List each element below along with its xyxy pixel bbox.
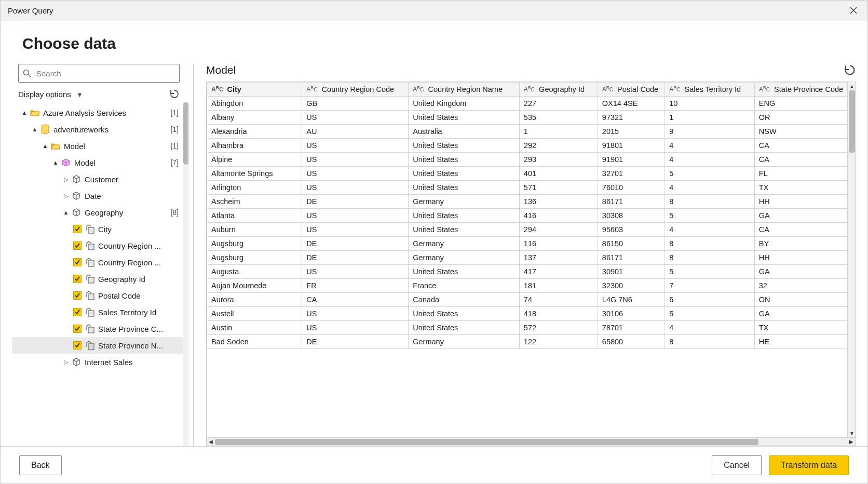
tree-leaf[interactable]: Country Region ... [12, 237, 189, 254]
table-cell: United States [409, 321, 520, 335]
checkbox-icon[interactable] [73, 275, 82, 283]
tree-node-azure-analysis-services[interactable]: ▲ Azure Analysis Services [1] [12, 104, 189, 121]
cancel-button[interactable]: Cancel [712, 455, 762, 475]
table-row[interactable]: AlexandriaAUAustralia120159NSW [207, 125, 856, 139]
table-cell: Altamonte Springs [207, 167, 302, 181]
checkbox-icon[interactable] [73, 225, 82, 233]
tree-node-adventureworks[interactable]: ▲ adventureworks [1] [12, 121, 189, 138]
table-cell: 416 [519, 209, 598, 223]
table-row[interactable]: AscheimDEGermany136861718HH [207, 195, 856, 209]
table-row[interactable]: AugsburgDEGermany116861508BY [207, 237, 856, 251]
table-row[interactable]: AlpineUSUnited States293919014CA [207, 153, 856, 167]
tree-leaf[interactable]: Postal Code [12, 287, 189, 304]
table-row[interactable]: AlhambraUSUnited States292918014CA [207, 139, 856, 153]
search-input-wrap[interactable] [18, 64, 180, 83]
table-row[interactable]: AtlantaUSUnited States416303085GA [207, 209, 856, 223]
scroll-right-icon[interactable]: ▶ [847, 438, 856, 446]
table-row[interactable]: AugustaUSUnited States417309015GA [207, 265, 856, 279]
dimension-icon [71, 191, 82, 201]
tree-node-customer[interactable]: ▷ Customer [12, 171, 189, 187]
tree-node-label: Model [74, 158, 96, 167]
table-cell: DE [302, 237, 409, 251]
table-row[interactable]: Bad SodenDEGermany122658008HE [207, 335, 856, 349]
tree-leaf[interactable]: City [12, 221, 189, 237]
collapse-toggle-icon[interactable]: ▲ [42, 143, 48, 149]
tree-leaf[interactable]: Sales Territory Id [12, 304, 189, 320]
column-header[interactable]: ABC Sales Territory Id [665, 83, 755, 97]
tree-node-label: Date [85, 192, 101, 200]
tree-node-geography[interactable]: ▲ Geography [8] [12, 204, 189, 221]
tree-leaf[interactable]: State Province C... [12, 320, 189, 337]
grid-horizontal-scrollbar[interactable]: ◀ ▶ [207, 437, 856, 446]
table-row[interactable]: AlbanyUSUnited States535973211OR [207, 111, 856, 125]
tree-node-label: State Province N... [98, 341, 163, 350]
table-cell: CA [754, 153, 855, 167]
close-button[interactable] [847, 4, 860, 18]
scroll-down-icon[interactable]: ▼ [848, 429, 856, 437]
column-header[interactable]: ABC Postal Code [598, 83, 664, 97]
table-row[interactable]: AugsburgDEGermany137861718HH [207, 251, 856, 265]
collapse-toggle-icon[interactable]: ▲ [32, 126, 38, 132]
table-row[interactable]: AuroraCACanada74L4G 7N66ON [207, 293, 856, 307]
scroll-up-icon[interactable]: ▲ [848, 82, 856, 90]
table-cell: 74 [519, 293, 598, 307]
back-button[interactable]: Back [19, 455, 62, 475]
sidebar-scrollbar[interactable] [183, 102, 189, 446]
attribute-icon [85, 290, 95, 301]
expand-toggle-icon[interactable]: ▷ [63, 359, 69, 366]
table-row[interactable]: ArlingtonUSUnited States571760104TX [207, 181, 856, 195]
column-header[interactable]: ABC Country Region Code [302, 83, 409, 97]
table-cell: United States [409, 167, 520, 181]
table-row[interactable]: AuburnUSUnited States294956034CA [207, 223, 856, 237]
table-cell: Augsburg [207, 237, 302, 251]
table-row[interactable]: Altamonte SpringsUSUnited States40132701… [207, 167, 856, 181]
search-input[interactable] [35, 69, 175, 78]
display-options-button[interactable]: Display options ▼ [18, 90, 83, 99]
tree-node-label: adventureworks [53, 125, 108, 134]
table-cell: CA [754, 223, 855, 237]
navigator-sidebar: Display options ▼ ▲ Azure Analysis Servi… [12, 64, 194, 446]
tree-node-model-folder[interactable]: ▲ Model [1] [12, 138, 189, 154]
table-row[interactable]: AustinUSUnited States572787014TX [207, 321, 856, 335]
column-header[interactable]: ABC Geography Id [519, 83, 598, 97]
table-cell: France [409, 279, 520, 293]
tree-node-count: [7] [170, 158, 179, 167]
collapse-toggle-icon[interactable]: ▲ [21, 110, 28, 116]
checkbox-icon[interactable] [73, 325, 82, 333]
column-header[interactable]: ABC Country Region Name [409, 83, 520, 97]
tree-node-date[interactable]: ▷ Date [12, 187, 189, 204]
attribute-icon [85, 224, 95, 234]
collapse-toggle-icon[interactable]: ▲ [63, 209, 69, 216]
tree-leaf[interactable]: Country Region ... [12, 254, 189, 271]
tree-node-model-cube[interactable]: ▲ Model [7] [12, 154, 189, 171]
grid-vertical-scrollbar[interactable]: ▲ ▼ [847, 82, 856, 446]
table-cell: 7 [665, 279, 755, 293]
tree-node-internet-sales[interactable]: ▷ Internet Sales [12, 354, 189, 370]
scroll-left-icon[interactable]: ◀ [207, 438, 215, 446]
table-cell: 95603 [598, 223, 664, 237]
checkbox-icon[interactable] [73, 241, 82, 250]
data-grid: ABC CityABC Country Region CodeABC Count… [206, 82, 856, 446]
table-row[interactable]: AustellUSUnited States418301065GA [207, 307, 856, 321]
checkbox-icon[interactable] [73, 308, 82, 316]
table-cell: OX14 4SE [598, 97, 664, 111]
table-cell: United States [409, 223, 520, 237]
table-cell: Germany [409, 251, 520, 265]
collapse-toggle-icon[interactable]: ▲ [52, 159, 59, 166]
refresh-preview-icon[interactable] [844, 64, 856, 76]
checkbox-icon[interactable] [73, 291, 82, 300]
tree-leaf[interactable]: Geography Id [12, 271, 189, 287]
table-row[interactable]: Aujan MournedeFRFrance18132300732 [207, 279, 856, 293]
checkbox-icon[interactable] [73, 341, 82, 349]
tree-leaf[interactable]: State Province N... [12, 337, 189, 354]
expand-toggle-icon[interactable]: ▷ [63, 193, 69, 199]
column-header[interactable]: ABC State Province Code [754, 83, 855, 97]
column-header[interactable]: ABC City [207, 83, 302, 97]
refresh-icon[interactable] [169, 89, 180, 99]
expand-toggle-icon[interactable]: ▷ [63, 176, 69, 183]
table-row[interactable]: AbingdonGBUnited Kingdom227OX14 4SE10ENG [207, 97, 856, 111]
checkbox-icon[interactable] [73, 258, 82, 266]
transform-data-button[interactable]: Transform data [769, 455, 849, 475]
table-cell: DE [302, 195, 409, 209]
table-cell: Atlanta [207, 209, 302, 223]
